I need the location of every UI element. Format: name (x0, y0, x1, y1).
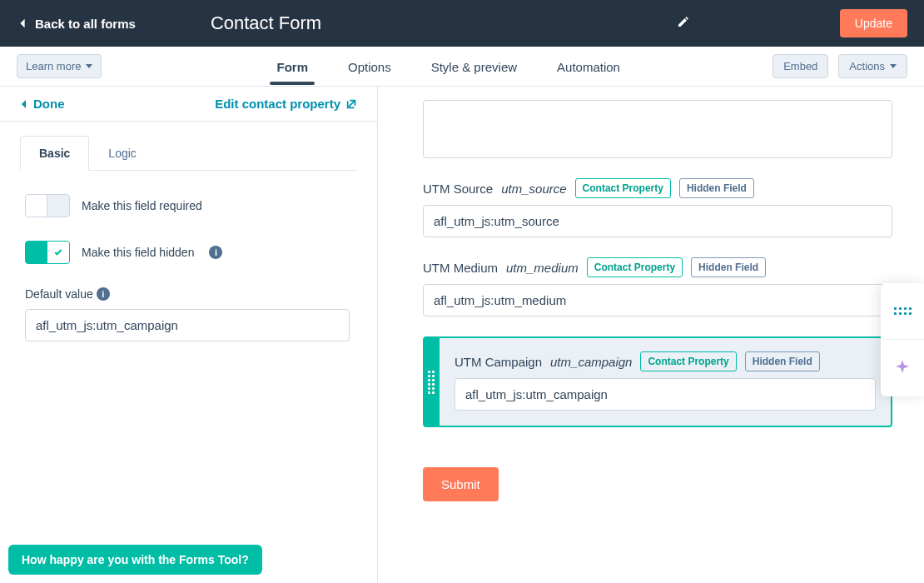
info-icon[interactable]: i (97, 287, 110, 301)
field-label: UTM Source (423, 182, 493, 196)
field-slug: utm_source (501, 182, 566, 196)
field-label: UTM Medium (423, 261, 498, 275)
embed-button[interactable]: Embed (772, 54, 828, 78)
field-slug: utm_medium (506, 261, 579, 275)
back-to-forms[interactable]: Back to all forms (17, 17, 136, 31)
contact-property-badge: Contact Property (640, 351, 736, 371)
grid-tool-button[interactable] (881, 283, 924, 340)
right-rail (881, 283, 924, 396)
chevron-left-icon (20, 99, 27, 109)
contact-property-badge: Contact Property (587, 257, 683, 277)
tab-options[interactable]: Options (348, 50, 391, 82)
default-value-label: Default value (25, 287, 93, 301)
utm-medium-input[interactable] (423, 284, 892, 316)
ai-tool-button[interactable] (881, 340, 924, 396)
contact-property-badge: Contact Property (575, 178, 671, 198)
utm-campaign-input[interactable] (455, 378, 876, 411)
back-label: Back to all forms (35, 17, 136, 31)
subtab-logic[interactable]: Logic (89, 136, 155, 171)
info-icon[interactable]: i (209, 246, 222, 259)
chevron-left-icon (17, 17, 28, 29)
tab-style-preview[interactable]: Style & preview (431, 50, 517, 82)
required-label: Make this field required (82, 199, 202, 212)
required-toggle[interactable] (25, 194, 70, 217)
check-icon (53, 247, 63, 257)
hidden-toggle[interactable] (25, 241, 70, 264)
done-button[interactable]: Done (20, 97, 65, 111)
default-value-input[interactable] (25, 309, 350, 341)
grid-icon (894, 307, 912, 315)
utm-source-input[interactable] (423, 205, 892, 237)
hidden-label: Make this field hidden (82, 246, 194, 259)
tab-form[interactable]: Form (276, 50, 308, 82)
update-button[interactable]: Update (840, 9, 907, 37)
sparkle-icon (892, 358, 912, 378)
external-link-icon (345, 98, 357, 110)
submit-button[interactable]: Submit (423, 467, 499, 501)
tab-automation[interactable]: Automation (557, 50, 620, 82)
page-title: Contact Form (211, 12, 321, 34)
field-label: UTM Campaign (455, 355, 542, 369)
hidden-field-badge: Hidden Field (691, 257, 766, 277)
subtab-basic[interactable]: Basic (20, 136, 89, 171)
selected-field[interactable]: UTM Campaign utm_campaign Contact Proper… (423, 336, 892, 427)
survey-bubble[interactable]: How happy are you with the Forms Tool? (8, 545, 262, 575)
field-slug: utm_campaign (550, 355, 632, 369)
drag-handle-icon[interactable] (428, 371, 435, 394)
edit-contact-property-link[interactable]: Edit contact property (215, 97, 357, 111)
hidden-field-badge: Hidden Field (745, 351, 820, 371)
pencil-icon (677, 15, 690, 28)
edit-title-button[interactable] (677, 15, 690, 32)
learn-more-button[interactable]: Learn more (17, 54, 102, 78)
textarea-field[interactable] (423, 100, 892, 158)
actions-button[interactable]: Actions (838, 54, 907, 78)
hidden-field-badge: Hidden Field (679, 178, 754, 198)
